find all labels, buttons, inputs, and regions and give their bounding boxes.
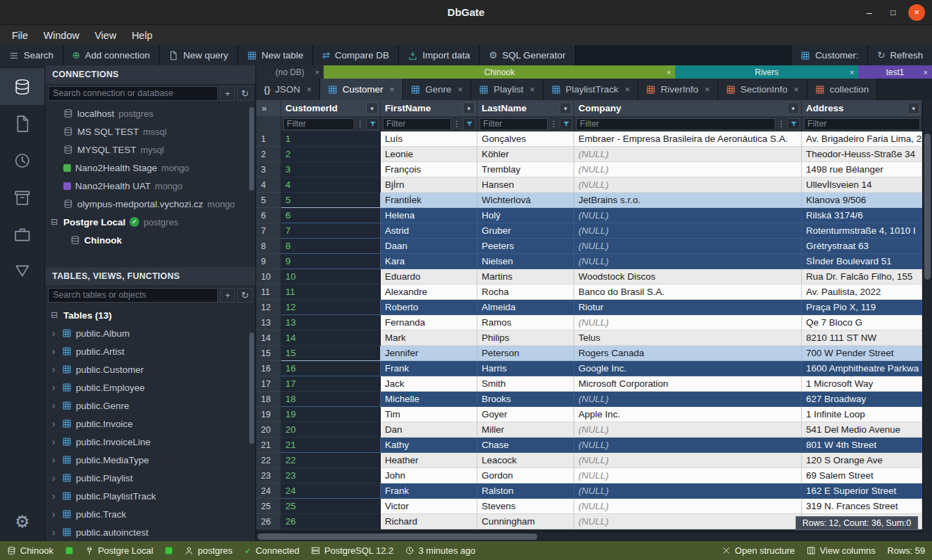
grid-cell-lastname[interactable]: Rocha — [477, 285, 574, 300]
toolbar-button-sql-generator[interactable]: ⚙SQL Generator — [480, 45, 575, 65]
column-header-customerid[interactable]: CustomerId▾ — [281, 100, 381, 116]
grid-cell-firstname[interactable]: Victor — [381, 499, 477, 514]
grid-cell-lastname[interactable]: Leacock — [477, 453, 574, 468]
grid-cell-firstname[interactable]: Michelle — [381, 392, 477, 407]
grid-cell-customerid[interactable]: 11 — [281, 285, 381, 300]
row-number[interactable]: 10 — [256, 269, 281, 285]
tab-genre[interactable]: Genre× — [403, 79, 471, 100]
column-header-lastname[interactable]: LastName▾ — [477, 100, 574, 116]
grid-cell-firstname[interactable]: Heather — [381, 453, 477, 468]
grid-cell-customerid[interactable]: 22 — [281, 453, 381, 468]
filter-funnel-button[interactable] — [787, 118, 800, 130]
row-number[interactable]: 19 — [256, 407, 281, 422]
tab-close-icon[interactable]: × — [389, 84, 395, 95]
grid-cell-firstname[interactable]: Frank — [381, 483, 477, 499]
grid-cell-firstname[interactable]: Dan — [381, 422, 477, 438]
grid-cell-address[interactable]: 162 E Superior Street — [802, 483, 922, 499]
tab-riverinfo[interactable]: RiverInfo× — [638, 79, 718, 100]
row-number[interactable]: 16 — [256, 361, 281, 376]
grid-cell-company[interactable]: (NULL) — [574, 438, 802, 453]
row-number[interactable]: 4 — [256, 177, 281, 193]
tab-group-no-db[interactable]: (no DB)× — [256, 65, 324, 79]
grid-cell-customerid[interactable]: 24 — [281, 483, 381, 499]
refresh-connections-button[interactable]: ↻ — [237, 86, 253, 101]
column-sort-button[interactable]: ▾ — [463, 102, 475, 114]
row-number[interactable]: 20 — [256, 422, 281, 438]
grid-cell-lastname[interactable]: Ralston — [477, 483, 574, 499]
table-item-public-employee[interactable]: ›public.Employee — [45, 378, 255, 397]
grid-cell-company[interactable]: Banco do Brasil S.A. — [574, 285, 802, 300]
tab-close-icon[interactable]: × — [306, 84, 312, 95]
column-header-company[interactable]: Company▾ — [574, 100, 802, 116]
status-view-columns[interactable]: View columns — [807, 545, 876, 556]
chevron-right-icon[interactable]: › — [49, 437, 58, 447]
grid-cell-address[interactable]: Av. Brigadeiro Faria Lima, 2 — [802, 131, 922, 147]
grid-cell-firstname[interactable]: Roberto — [381, 300, 477, 315]
grid-cell-customerid[interactable]: 7 — [281, 223, 381, 239]
grid-cell-company[interactable]: Google Inc. — [574, 361, 802, 376]
grid-cell-firstname[interactable]: Fernanda — [381, 315, 477, 330]
grid-cell-company[interactable]: (NULL) — [574, 499, 802, 514]
grid-cell-company[interactable]: (NULL) — [574, 254, 802, 269]
table-item-public-playlist[interactable]: ›public.Playlist — [45, 469, 255, 487]
scrollbar-thumb[interactable] — [249, 107, 254, 191]
grid-cell-company[interactable]: Woodstock Discos — [574, 269, 802, 285]
connection-item-postgre-local[interactable]: ⊟Postgre Local✓postgres — [45, 213, 255, 231]
grid-cell-customerid[interactable]: 25 — [281, 499, 381, 514]
grid-cell-customerid[interactable]: 19 — [281, 407, 381, 422]
grid-cell-firstname[interactable]: Kara — [381, 254, 477, 269]
grid-cell-customerid[interactable]: 5 — [281, 193, 381, 208]
grid-cell-customerid[interactable]: 12 — [281, 300, 381, 315]
chevron-right-icon[interactable]: › — [49, 527, 58, 537]
tab-group-chinook[interactable]: Chinook× — [324, 65, 675, 79]
grid-cell-company[interactable]: Riotur — [574, 300, 802, 315]
tab-customer[interactable]: Customer× — [320, 79, 403, 100]
tab-collection[interactable]: collection — [807, 79, 877, 100]
row-number[interactable]: 8 — [256, 239, 281, 254]
grid-cell-company[interactable]: (NULL) — [574, 392, 802, 407]
grid-cell-company[interactable]: JetBrains s.r.o. — [574, 193, 802, 208]
column-sort-button[interactable]: ▾ — [366, 102, 378, 114]
row-number[interactable]: 26 — [256, 514, 281, 529]
tab-group-close-icon[interactable]: × — [850, 68, 854, 77]
connection-item-localhost[interactable]: localhostpostgres — [45, 104, 255, 122]
grid-cell-address[interactable]: Rilská 3174/6 — [802, 208, 922, 223]
grid-cell-firstname[interactable]: Frank — [381, 361, 477, 376]
sidebar-icon-cell-data[interactable] — [0, 253, 45, 289]
connection-item-ms-sql-test[interactable]: MS SQL TESTmssql — [45, 122, 255, 141]
tab-group-close-icon[interactable]: × — [667, 68, 671, 77]
grid-cell-customerid[interactable]: 16 — [281, 361, 381, 376]
grid-cell-lastname[interactable]: Miller — [477, 422, 574, 438]
chevron-right-icon[interactable]: › — [49, 455, 58, 465]
grid-cell-company[interactable]: Apple Inc. — [574, 407, 802, 422]
refresh-tables-button[interactable]: ↻ — [237, 288, 253, 303]
grid-cell-company[interactable]: (NULL) — [574, 315, 802, 330]
grid-cell-lastname[interactable]: Goyer — [477, 407, 574, 422]
grid-cell-lastname[interactable]: Peterson — [477, 346, 574, 361]
filter-funnel-button[interactable] — [366, 118, 379, 130]
filter-funnel-button[interactable] — [560, 118, 572, 130]
grid-cell-customerid[interactable]: 17 — [281, 376, 381, 392]
column-sort-button[interactable]: ▾ — [787, 102, 799, 114]
grid-cell-lastname[interactable]: Cunningham — [477, 514, 574, 529]
grid-cell-company[interactable]: (NULL) — [574, 147, 802, 162]
column-sort-button[interactable]: ▾ — [560, 102, 571, 114]
filter-input-address[interactable] — [804, 118, 920, 130]
grid-cell-address[interactable]: Rua Dr. Falcão Filho, 155 — [802, 269, 922, 285]
grid-cell-firstname[interactable]: Jennifer — [381, 346, 477, 361]
menu-help[interactable]: Help — [124, 28, 160, 43]
table-item-public-album[interactable]: ›public.Album — [45, 324, 255, 342]
grid-cell-lastname[interactable]: Gruber — [477, 223, 574, 239]
connection-item-nano2health-uat[interactable]: Nano2Health UATmongo — [45, 177, 255, 195]
grid-cell-customerid[interactable]: 13 — [281, 315, 381, 330]
grid-cell-company[interactable]: (NULL) — [574, 514, 802, 529]
chevron-right-icon[interactable]: › — [49, 473, 58, 483]
grid-cell-lastname[interactable]: Tremblay — [477, 162, 574, 177]
grid-cell-address[interactable]: Ullevİlsveien 14 — [802, 177, 922, 193]
grid-cell-company[interactable]: (NULL) — [574, 177, 802, 193]
grid-cell-customerid[interactable]: 4 — [281, 177, 381, 193]
toolbar-button-search[interactable]: Search — [0, 45, 63, 65]
grid-cell-firstname[interactable]: Tim — [381, 407, 477, 422]
column-sort-button[interactable]: ▾ — [908, 102, 919, 114]
chevron-right-icon[interactable]: › — [49, 346, 58, 356]
